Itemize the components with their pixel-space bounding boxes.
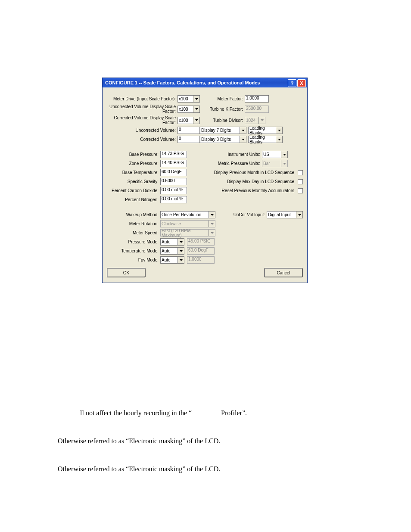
page-fragment-2: Otherwise referred to as “Electronic mas… <box>58 437 220 445</box>
blanks7-select[interactable]: Leading Blanks <box>248 127 283 134</box>
turbine-div-select: 1024 <box>245 117 265 124</box>
chevron-down-icon <box>258 117 265 124</box>
fpv-mode-label: Fpv Mode: <box>107 258 160 262</box>
wakeup-label: Wakeup Method: <box>107 212 160 217</box>
uncorr-disp-label: Uncorrected Volume Display Scale Factor: <box>107 104 177 114</box>
pressure-mode-label: Pressure Mode: <box>107 240 160 244</box>
page-fragment-1a: ll not affect the hourly recording in th… <box>80 409 192 417</box>
pct-co2-label: Percent Carbon Dioxide: <box>107 188 160 193</box>
fpv-fixed-input: 1.0000 <box>187 256 215 264</box>
uncorr-vol-input[interactable]: 0 <box>177 127 200 134</box>
max-day-label: Display Max Day in LCD Sequence <box>227 179 296 184</box>
chevron-down-icon <box>193 96 199 102</box>
pressure-mode-select[interactable]: Auto <box>160 238 184 246</box>
specific-gravity-label: Specific Gravity: <box>107 179 160 184</box>
corr-disp-select[interactable]: x100 <box>177 117 200 124</box>
display7-select[interactable]: Display 7 Digits <box>200 127 246 134</box>
meter-drive-select[interactable]: x100 <box>177 95 200 103</box>
uncorr-vol-label: Uncorrected Volume: <box>107 128 177 133</box>
temp-mode-select[interactable]: Auto <box>160 247 184 255</box>
zone-pressure-input[interactable]: 14.40 PSIG <box>160 160 187 167</box>
uncorr-disp-select[interactable]: x100 <box>177 106 200 113</box>
chevron-down-icon <box>193 117 199 124</box>
chevron-down-icon <box>177 239 184 245</box>
titlebar[interactable]: CONFIGURE 1 -- Scale Factors, Calculatio… <box>103 78 307 87</box>
meter-factor-label: Meter Factor: <box>200 96 245 101</box>
metric-press-select: Bar <box>262 160 288 167</box>
turbine-k-label: Turbine K Factor: <box>200 107 245 112</box>
meter-drive-label: Meter Drive (Input Scale Factor): <box>107 96 177 101</box>
display8-select[interactable]: Display 8 Digits <box>200 136 246 143</box>
speed-label: Meter Speed: <box>107 230 160 235</box>
chevron-down-icon <box>281 160 287 167</box>
chevron-down-icon <box>276 127 282 134</box>
base-temp-label: Base Temperature: <box>107 170 160 175</box>
corr-disp-label: Corrected Volume Display Scale Factor: <box>107 115 177 125</box>
chevron-down-icon <box>177 257 184 263</box>
reset-prev-label: Reset Previous Monthly Accumulators <box>222 188 296 193</box>
temp-fixed-input: 60.0 DegF <box>187 247 215 255</box>
base-pressure-input[interactable]: 14.73 PSIG <box>160 151 187 158</box>
chevron-down-icon <box>177 248 184 254</box>
window-title: CONFIGURE 1 -- Scale Factors, Calculatio… <box>105 80 260 85</box>
rotation-select: Clockwise <box>160 220 215 227</box>
zone-pressure-label: Zone Pressure: <box>107 161 160 166</box>
pressure-fixed-input: 45.00 PSIG <box>187 238 215 246</box>
specific-gravity-input[interactable]: 0.6000 <box>160 178 187 185</box>
max-day-checkbox[interactable] <box>298 179 303 184</box>
meter-factor-input[interactable]: 1.0000 <box>245 95 269 103</box>
uncor-input-select[interactable]: Digital Input <box>267 211 303 218</box>
prev-month-checkbox[interactable] <box>298 170 303 175</box>
turbine-k-input: 2500.00 <box>245 106 269 113</box>
corr-vol-input[interactable]: 0 <box>177 136 200 143</box>
page-fragment-3: Otherwise referred to as “Electronic mas… <box>58 465 220 473</box>
pct-n2-label: Percent Nitrogen: <box>107 197 160 202</box>
chevron-down-icon <box>209 230 215 236</box>
close-button[interactable]: X <box>297 79 306 87</box>
prev-month-label: Display Previous Month in LCD Sequence <box>214 170 296 175</box>
corr-vol-label: Corrected Volume: <box>107 137 177 142</box>
configure1-dialog: CONFIGURE 1 -- Scale Factors, Calculatio… <box>102 78 308 283</box>
chevron-down-icon <box>209 221 215 227</box>
temp-mode-label: Temperature Mode: <box>107 249 160 253</box>
chevron-down-icon <box>240 136 246 143</box>
chevron-down-icon <box>276 136 282 143</box>
base-pressure-label: Base Pressure: <box>107 152 160 157</box>
reset-prev-checkbox[interactable] <box>298 188 303 193</box>
chevron-down-icon <box>240 127 246 134</box>
uncor-input-label: UnCor Vol Input: <box>230 212 267 217</box>
speed-select: Fast (120 RPM Maximum) <box>160 229 215 236</box>
pct-co2-input[interactable]: 0.00 mol % <box>160 187 187 194</box>
pct-n2-input[interactable]: 0.00 mol % <box>160 196 187 203</box>
base-temp-input[interactable]: 60.0 DegF <box>160 169 187 176</box>
cancel-button[interactable]: Cancel <box>264 268 303 277</box>
chevron-down-icon <box>296 212 302 218</box>
chevron-down-icon <box>209 212 215 218</box>
page-fragment-1b: Profiler”. <box>221 409 247 417</box>
metric-press-label: Metric Pressure Units: <box>200 161 262 166</box>
blanks8-select[interactable]: Leading Blanks <box>248 136 283 143</box>
chevron-down-icon <box>193 106 199 112</box>
help-button[interactable]: ? <box>288 79 296 87</box>
fpv-mode-select[interactable]: Auto <box>160 256 184 264</box>
rotation-label: Meter Rotation: <box>107 221 160 226</box>
turbine-div-label: Turbine Divisor: <box>200 118 245 123</box>
instr-units-select[interactable]: US <box>262 151 288 158</box>
wakeup-select[interactable]: Once Per Revolution <box>160 211 215 218</box>
chevron-down-icon <box>281 151 287 158</box>
ok-button[interactable]: OK <box>107 268 146 277</box>
instr-units-label: Instrument Units: <box>200 152 262 157</box>
